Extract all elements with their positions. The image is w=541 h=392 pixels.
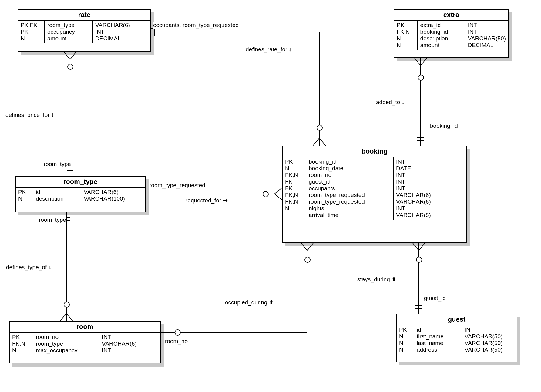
- entity-extra: extra PK FK,N N N extra_id booking_id de…: [394, 9, 509, 58]
- key: PK: [397, 22, 415, 29]
- col-type: INT: [102, 334, 137, 340]
- col-name: extra_id: [420, 22, 462, 29]
- entity-title: booking: [283, 146, 466, 157]
- col-type: VARCHAR(50): [465, 346, 502, 353]
- col-name: address: [417, 346, 459, 353]
- col-type: INT: [396, 178, 431, 185]
- key: PK: [12, 334, 30, 340]
- col-type: INT: [102, 347, 137, 354]
- crowfoot-icon: [274, 188, 282, 200]
- key: N: [12, 347, 30, 354]
- col-type: INT: [396, 158, 431, 165]
- key: PK: [285, 158, 303, 165]
- col-name: occupancy: [47, 29, 90, 35]
- key: FK,N: [285, 172, 303, 178]
- crowfoot-icon: [313, 138, 326, 146]
- relation-label: added_to ↓: [376, 99, 405, 106]
- col-name: nights: [309, 205, 391, 212]
- crowfoot-icon: [414, 58, 427, 66]
- col-type: VARCHAR(100): [84, 195, 125, 202]
- relation-label: requested_for ➡: [186, 197, 228, 204]
- key: FK,N: [397, 29, 415, 35]
- col-name: last_name: [417, 340, 459, 346]
- col-name: description: [36, 195, 78, 202]
- key: N: [21, 35, 42, 42]
- cardinality-dot-icon: [67, 64, 73, 70]
- col-name: first_name: [417, 333, 459, 340]
- cardinality-dot-icon: [317, 125, 323, 131]
- col-name: description: [420, 35, 462, 42]
- entity-title: rate: [18, 10, 150, 21]
- svg-line-0: [313, 138, 319, 146]
- svg-line-11: [66, 313, 73, 321]
- cardinality-dot-icon: [418, 75, 424, 81]
- col-name: max_occupancy: [36, 347, 96, 354]
- key: PK: [18, 189, 30, 195]
- col-name: room_no: [36, 334, 96, 340]
- col-name: room_type_requested: [309, 192, 391, 198]
- entity-room: room PK FK,N N room_no room_type max_occ…: [9, 321, 161, 363]
- entity-title: extra: [394, 10, 508, 21]
- relation-label: stays_during ⬆: [357, 276, 396, 283]
- er-diagram-canvas: { "entities": { "rate": { "title": "rate…: [0, 0, 541, 392]
- relation-label: defines_type_of ↓: [6, 264, 51, 271]
- cardinality-dot-icon: [304, 257, 311, 263]
- col-type: INT: [396, 185, 431, 192]
- col-name: id: [36, 189, 78, 195]
- relation-label: defines_rate_for ↓: [246, 46, 292, 53]
- relation-fk-label: occupants, room_type_requested: [153, 22, 239, 29]
- key: FK: [285, 178, 303, 185]
- svg-line-8: [274, 194, 282, 200]
- crowfoot-icon: [64, 52, 76, 59]
- col-name: id: [417, 326, 459, 333]
- key: N: [397, 35, 415, 42]
- key: FK,N: [12, 340, 30, 347]
- col-type: VARCHAR(50): [465, 340, 502, 346]
- col-type: INT: [465, 326, 502, 333]
- col-type: VARCHAR(50): [468, 35, 506, 42]
- svg-line-2: [319, 138, 326, 146]
- entity-room-type: room_type PK N id description VARCHAR(6)…: [15, 176, 146, 212]
- col-type: DATE: [396, 165, 431, 172]
- col-type: INT: [396, 172, 431, 178]
- crowfoot-icon: [412, 243, 425, 251]
- svg-line-9: [60, 313, 66, 321]
- col-type: DECIMAL: [95, 35, 130, 42]
- svg-line-3: [64, 52, 70, 59]
- key: PK: [399, 326, 411, 333]
- key: N: [399, 340, 411, 346]
- col-type: INT: [468, 22, 506, 29]
- key: PK: [21, 29, 42, 35]
- col-type: INT: [468, 29, 506, 35]
- key: FK,N: [285, 192, 303, 198]
- relation-label: defines_price_for ↓: [5, 112, 54, 118]
- key: FK: [285, 185, 303, 192]
- key: N: [18, 195, 30, 202]
- col-type: INT: [95, 29, 130, 35]
- col-name: booking_id: [420, 29, 462, 35]
- key: N: [285, 165, 303, 172]
- key: PK,FK: [21, 22, 42, 29]
- col-name: amount: [47, 35, 90, 42]
- entity-rate: rate PK,FK PK N room_type occupancy amou…: [18, 9, 151, 52]
- svg-line-6: [274, 188, 282, 194]
- col-name: arrival_time: [309, 212, 391, 218]
- relation-label: occupied_during ⬆: [225, 299, 274, 306]
- cardinality-dot-icon: [64, 302, 70, 308]
- relation-fk-label: room_type_requested: [149, 182, 205, 189]
- svg-line-17: [419, 243, 425, 251]
- svg-line-12: [414, 58, 421, 66]
- entity-booking: booking PK N FK,N FK FK FK,N FK,N N book…: [282, 146, 467, 243]
- key: FK,N: [285, 198, 303, 205]
- col-type: VARCHAR(6): [84, 189, 125, 195]
- svg-line-5: [70, 52, 76, 59]
- col-type: VARCHAR(6): [396, 198, 431, 205]
- col-type: VARCHAR(5): [396, 212, 431, 218]
- cardinality-dot-icon: [263, 191, 269, 197]
- key: N: [399, 346, 411, 353]
- cardinality-dot-icon: [175, 329, 181, 336]
- relation-fk-label: guest_id: [424, 295, 446, 302]
- col-type: VARCHAR(6): [396, 192, 431, 198]
- col-name: room_no: [309, 172, 391, 178]
- col-type: VARCHAR(6): [102, 340, 137, 347]
